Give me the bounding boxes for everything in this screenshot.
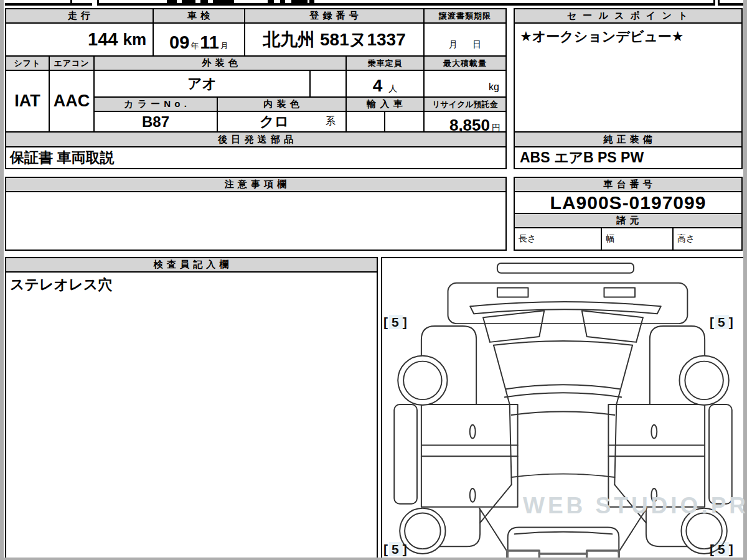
- mileage-header: 走 行: [5, 8, 154, 24]
- bracket: [: [383, 542, 389, 556]
- auction-sheet: 走 行 車 検 登 録 番 号 譲渡書類期限 144 km 09 年 11 月 …: [0, 0, 747, 560]
- shaken-header: 車 検: [153, 8, 245, 24]
- shaken-cell: 09 年 11 月: [153, 22, 245, 57]
- aircon-header: エアコン: [49, 55, 95, 71]
- score-front-left: [5]: [383, 315, 408, 330]
- bracket: [: [383, 315, 389, 329]
- shaken-month: 11: [200, 32, 219, 53]
- genuine-equipment-cell: ABS エアB PS PW: [514, 146, 743, 169]
- interior-color-value: クロ: [260, 112, 289, 131]
- color-no-cell: B87: [93, 111, 218, 133]
- exterior-color-cell: アオ: [93, 70, 311, 98]
- score-rear-right: [5]: [710, 542, 735, 557]
- notes-cell: [5, 191, 507, 251]
- bracket: [: [710, 315, 715, 329]
- genuine-equipment-header: 純 正 装 備: [514, 131, 743, 147]
- registration-header: 登 録 番 号: [244, 8, 425, 24]
- later-parts-header: 後 日 発 送 部 品: [5, 131, 507, 147]
- spec-height-cell: 高さ: [672, 227, 743, 251]
- maxload-unit: kg: [489, 82, 499, 93]
- shift-header: シフト: [5, 55, 50, 71]
- interior-color-cell: クロ 系: [217, 111, 347, 133]
- import-header: 輸 入 車: [345, 96, 425, 112]
- inspector-note-text: ステレオレス穴: [10, 275, 112, 294]
- spec-length-label: 長さ: [519, 233, 536, 245]
- later-parts-cell: 保証書 車両取説: [5, 146, 507, 169]
- capacity-value: 4: [373, 76, 383, 96]
- spec-length-cell: 長さ: [514, 227, 602, 251]
- score-rear-left: [5]: [383, 542, 408, 557]
- score-value: 5: [715, 542, 729, 556]
- scan-edge-bottom: [0, 558, 747, 560]
- capacity-header: 乗車定員: [345, 55, 425, 71]
- interior-color-suffix: 系: [326, 115, 336, 128]
- recycle-deposit-header: リサイクル預託金: [423, 96, 507, 112]
- spec-width-cell: 幅: [601, 227, 674, 251]
- watermark: WEB STUDIO.PRO: [523, 493, 741, 519]
- maxload-cell: kg: [423, 70, 507, 98]
- shaken-year-unit: 年: [190, 40, 199, 52]
- scan-edge-left: [0, 0, 4, 560]
- exterior-color-header: 外 装 色: [93, 55, 347, 71]
- specs-header: 諸 元: [514, 213, 743, 228]
- recycle-deposit-cell: 8,850 円: [423, 111, 507, 133]
- mileage-value: 144: [88, 29, 118, 50]
- chassis-no-cell: LA900S-0197099: [514, 191, 743, 214]
- exterior-color-suffix-cell: [309, 70, 347, 98]
- interior-color-header: 内 装 色: [217, 96, 347, 112]
- mileage-unit: km: [123, 30, 146, 49]
- spec-width-label: 幅: [606, 233, 614, 245]
- maxload-header: 最大積載量: [423, 55, 507, 71]
- color-no-header: カ ラ ー N o .: [93, 96, 218, 112]
- score-value: 5: [715, 315, 729, 329]
- shaken-month-unit: 月: [220, 40, 228, 52]
- sales-point-value: ★オークションデビュー★: [520, 27, 684, 46]
- transfer-docs-cell: 月 日: [423, 22, 507, 57]
- transfer-docs-header: 譲渡書類期限: [423, 8, 507, 24]
- aircon-cell: AAC: [49, 70, 95, 133]
- bracket: ]: [729, 315, 735, 329]
- inspector-notes-header: 検 査 員 記 入 欄: [5, 257, 378, 273]
- spec-height-label: 高さ: [677, 233, 695, 245]
- transfer-day-unit: 日: [472, 39, 481, 50]
- bracket: ]: [403, 542, 408, 556]
- notes-header: 注 意 事 項 欄: [5, 177, 507, 192]
- sales-point-cell: ★オークションデビュー★: [514, 22, 743, 133]
- mileage-cell: 144 km: [5, 22, 154, 57]
- capacity-unit: 人: [388, 83, 397, 95]
- bracket: ]: [729, 542, 735, 556]
- shaken-year: 09: [169, 32, 189, 53]
- import-cell-right: [384, 111, 425, 133]
- transfer-month-unit: 月: [449, 39, 458, 50]
- capacity-cell: 4 人: [345, 70, 425, 98]
- inspector-notes-cell: ステレオレス穴: [5, 271, 378, 560]
- scan-edge-right: [743, 0, 747, 560]
- score-value: 5: [389, 315, 403, 329]
- score-front-right: [5]: [710, 315, 735, 330]
- import-cell-left: [345, 111, 385, 133]
- registration-cell: 北九州 581ヌ1337: [244, 22, 425, 57]
- sales-point-header: セ ー ル ス ポ イ ン ト: [514, 8, 743, 24]
- shift-cell: IAT: [5, 70, 50, 133]
- bracket: ]: [403, 315, 408, 329]
- bracket: [: [710, 542, 715, 556]
- score-value: 5: [389, 542, 403, 556]
- chassis-no-header: 車 台 番 号: [514, 177, 743, 192]
